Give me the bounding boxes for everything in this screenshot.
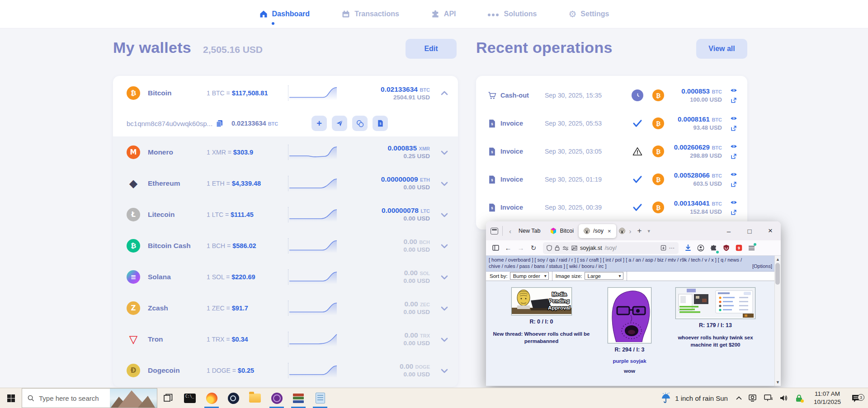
scrollbar-thumb[interactable] — [775, 263, 780, 285]
taskbar-firefox[interactable] — [201, 388, 222, 408]
wallet-row-tron[interactable]: ▽ Tron 1 TRX = $0.34 0.00 TRX 0.00 USD — [113, 324, 458, 355]
minimize-button[interactable]: – — [718, 221, 739, 240]
wallet-address[interactable]: bc1qnm8c874u0vwqk60sp... — [127, 120, 212, 127]
save-page-icon[interactable] — [660, 245, 666, 251]
chevron-down-icon[interactable] — [439, 334, 450, 345]
exchange-button[interactable] — [352, 116, 368, 131]
new-tab-button[interactable]: + — [634, 226, 646, 235]
browser-titlebar[interactable]: ‹ New Tab Bitcoi /soy × › + ▾ – □ × — [486, 221, 781, 240]
taskbar-search[interactable] — [22, 388, 157, 408]
notification-center-button[interactable]: 3 — [846, 394, 865, 403]
thread-image-dashboard-screenshot[interactable] — [675, 287, 755, 319]
chevron-up-icon[interactable] — [439, 88, 450, 98]
board-nav-line1[interactable]: [ home / overboard ] [ soy / qa / raid /… — [489, 257, 772, 263]
maximize-button[interactable]: □ — [739, 221, 760, 240]
chevron-down-icon[interactable] — [439, 303, 450, 314]
ublock-icon[interactable] — [720, 242, 732, 254]
vpn-lock-icon[interactable] — [795, 394, 803, 402]
chevron-down-icon[interactable] — [439, 240, 450, 251]
taskbar-terminal[interactable]: C:\_ — [179, 388, 201, 408]
extensions-puzzle-icon[interactable] — [708, 242, 719, 254]
nav-solutions[interactable]: Solutions — [488, 0, 537, 28]
receive-button[interactable]: + — [311, 116, 327, 131]
board-navigation-links[interactable]: [ home / overboard ] [ soy / qa / raid /… — [486, 256, 774, 272]
tab-bitcoin[interactable]: Bitcoi — [545, 224, 579, 238]
nav-dashboard[interactable]: Dashboard — [259, 0, 310, 28]
wallet-row-ethereum[interactable]: ◆ Ethereum 1 ETH = $4,339.48 0.00000009 … — [113, 168, 458, 199]
forward-icon[interactable]: → — [515, 242, 527, 254]
red-extension-icon[interactable]: 9 — [733, 242, 745, 254]
list-tabs-icon[interactable]: ▾ — [645, 228, 652, 234]
menu-hamburger-icon[interactable] — [745, 242, 757, 254]
nav-transactions[interactable]: Transactions — [341, 0, 399, 28]
task-view-button[interactable] — [157, 388, 179, 408]
browser-scrollbar[interactable]: ▲ ▼ — [774, 256, 781, 386]
image-size-select[interactable]: Large — [585, 272, 623, 280]
chevron-down-icon[interactable] — [439, 272, 450, 282]
taskbar-file-explorer[interactable] — [244, 388, 266, 408]
chevron-down-icon[interactable] — [439, 365, 450, 376]
scroll-down-icon[interactable]: ▼ — [776, 380, 780, 386]
downloads-icon[interactable] — [682, 242, 694, 254]
start-button[interactable] — [0, 388, 22, 408]
taskbar-winrar[interactable] — [288, 388, 309, 408]
taskbar-tor-browser[interactable] — [266, 388, 288, 408]
send-button[interactable] — [332, 116, 347, 131]
image-blocked-icon[interactable] — [571, 245, 577, 251]
nav-settings[interactable]: ⚙ Settings — [568, 0, 609, 28]
external-link-icon[interactable] — [730, 153, 737, 159]
external-link-icon[interactable] — [730, 97, 737, 103]
eye-icon[interactable] — [730, 115, 737, 122]
operation-row[interactable]: $ Invoice Sep 30, 2025, 01:19 ₿ 0.005280… — [476, 165, 747, 193]
nav-api[interactable]: API — [431, 0, 456, 28]
external-link-icon[interactable] — [730, 181, 737, 188]
tab-soyjak-active[interactable]: /soy × — [579, 224, 616, 238]
back-icon[interactable]: ← — [502, 242, 514, 254]
operation-row[interactable]: $ Invoice Sep 30, 2025, 03:05 ₿ 0.002606… — [476, 137, 747, 165]
shield-icon[interactable] — [547, 245, 552, 251]
chevron-down-icon[interactable] — [439, 178, 450, 189]
taskbar-clock[interactable]: 11:07 AM 10/1/2025 — [814, 390, 841, 406]
wallet-row-monero[interactable]: M Monero 1 XMR = $303.9 0.000835 XMR 0.2… — [113, 136, 458, 168]
more-options-icon[interactable]: ⋯ — [669, 244, 675, 251]
sort-by-select[interactable]: Bump order — [510, 272, 549, 280]
external-link-icon[interactable] — [730, 125, 737, 131]
invoice-button[interactable]: $ — [373, 116, 388, 131]
copy-icon[interactable] — [216, 120, 223, 127]
view-all-button[interactable]: View all — [696, 39, 747, 59]
address-bar[interactable]: soyjak.st/soy/ ⋯ — [543, 242, 679, 254]
operation-row[interactable]: $ Invoice Sep 30, 2025, 00:39 ₿ 0.001340… — [476, 193, 747, 221]
operation-row[interactable]: $ Invoice Sep 30, 2025, 05:53 ₿ 0.000816… — [476, 109, 747, 137]
tab-close-icon[interactable]: × — [608, 228, 611, 234]
chevron-down-icon[interactable] — [439, 209, 450, 220]
search-input[interactable] — [39, 394, 107, 402]
edit-button[interactable]: Edit — [406, 39, 457, 59]
sidebar-icon[interactable] — [490, 242, 501, 254]
chevron-down-icon[interactable] — [439, 147, 450, 158]
reload-icon[interactable]: ↻ — [528, 242, 539, 254]
eye-icon[interactable] — [730, 171, 737, 178]
firefox-view-icon[interactable] — [491, 228, 498, 234]
hidden-icons-chevron[interactable] — [736, 396, 742, 400]
permissions-icon[interactable] — [562, 246, 569, 250]
network-icon[interactable] — [764, 394, 773, 402]
search-daily-image[interactable] — [110, 389, 157, 408]
volume-icon[interactable] — [780, 394, 788, 402]
account-icon[interactable] — [695, 242, 707, 254]
operation-row[interactable]: Cash-out Sep 30, 2025, 15:35 ₿ 0.000853 … — [476, 81, 747, 109]
close-button[interactable]: × — [760, 221, 781, 240]
taskbar-notepad[interactable] — [309, 388, 331, 408]
wallet-row-bitcoin[interactable]: ₿ Bitcoin 1 BTC = $117,508.81 0.02133634… — [113, 76, 458, 110]
wallet-row-dogecoin[interactable]: Ð Dogecoin 1 DOGE = $0.25 0.00 DOGE 0.00… — [113, 355, 458, 386]
taskbar-steam[interactable] — [222, 388, 244, 408]
tab-scroll-right-icon[interactable]: › — [627, 227, 634, 235]
tab-partial[interactable] — [616, 224, 627, 238]
thread-image-soyjak-laptop[interactable]: Media Pending Approval — [511, 287, 572, 315]
eye-icon[interactable] — [730, 87, 737, 94]
board-nav-line2[interactable]: chive / rules / pass / bans / status ] [… — [489, 263, 772, 269]
taskbar-weather[interactable]: 1 inch of rain Sun — [661, 393, 728, 403]
wallet-row-litecoin[interactable]: Ł Litecoin 1 LTC = $111.45 0.00000078 LT… — [113, 199, 458, 230]
options-link[interactable]: [Options] — [752, 263, 772, 269]
eye-icon[interactable] — [730, 199, 737, 206]
external-link-icon[interactable] — [730, 209, 737, 216]
